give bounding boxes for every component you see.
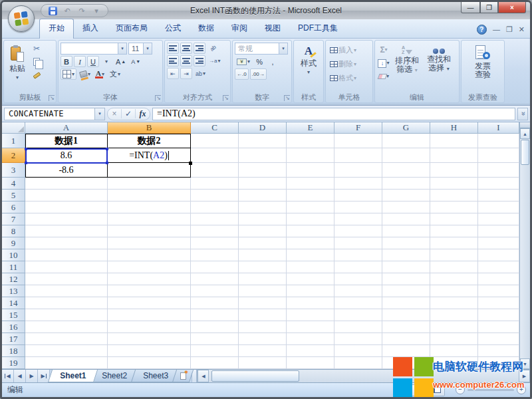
- cell-I3[interactable]: [478, 163, 519, 178]
- cell-I5[interactable]: [478, 190, 519, 201]
- cell-E13[interactable]: [287, 285, 334, 297]
- column-header-C[interactable]: C: [191, 122, 239, 134]
- row-header-1[interactable]: 1: [2, 134, 25, 148]
- cell-B14[interactable]: [108, 297, 191, 309]
- cell-I2[interactable]: [478, 148, 519, 163]
- phonetic-button[interactable]: 文▾: [108, 68, 122, 80]
- row-header-5[interactable]: 5: [2, 190, 25, 201]
- cut-button[interactable]: ✂: [30, 43, 43, 55]
- bold-button[interactable]: B: [61, 56, 72, 67]
- cell-G14[interactable]: [382, 297, 430, 309]
- cell-I8[interactable]: [478, 225, 519, 237]
- cell-B7[interactable]: [108, 213, 191, 225]
- borders-button[interactable]: ▾: [61, 68, 76, 80]
- cell-E17[interactable]: [287, 333, 334, 345]
- cell-A9[interactable]: [25, 237, 108, 249]
- cell-E7[interactable]: [287, 213, 334, 225]
- cell-G3[interactable]: [382, 163, 430, 178]
- cell-H13[interactable]: [430, 285, 478, 297]
- page-layout-view-button[interactable]: [415, 385, 430, 396]
- cell-E2[interactable]: [287, 148, 334, 163]
- sort-filter-button[interactable]: AZ 排序和筛选 ▾: [392, 43, 422, 76]
- row-header-8[interactable]: 8: [2, 225, 25, 237]
- clipboard-dialog-launcher[interactable]: ↘: [49, 95, 55, 101]
- cell-F3[interactable]: [334, 163, 382, 178]
- cell-H1[interactable]: [430, 134, 478, 148]
- fill-color-button[interactable]: ▾: [78, 68, 92, 80]
- cell-I10[interactable]: [478, 249, 519, 261]
- cell-F10[interactable]: [334, 249, 382, 261]
- cell-H4[interactable]: [430, 178, 478, 190]
- cancel-entry-button[interactable]: ×: [108, 109, 122, 118]
- minimize-button[interactable]: —: [461, 2, 480, 13]
- row-header-13[interactable]: 13: [2, 285, 25, 297]
- cell-G7[interactable]: [382, 213, 430, 225]
- column-header-D[interactable]: D: [239, 122, 287, 134]
- row-header-18[interactable]: 18: [2, 345, 25, 357]
- cell-D16[interactable]: [239, 321, 287, 333]
- cell-H9[interactable]: [430, 237, 478, 249]
- cell-F5[interactable]: [334, 190, 382, 201]
- cell-I4[interactable]: [478, 178, 519, 190]
- cell-F7[interactable]: [334, 213, 382, 225]
- column-header-F[interactable]: F: [334, 122, 382, 134]
- cell-D6[interactable]: [239, 201, 287, 213]
- tab-公式[interactable]: 公式: [156, 19, 190, 38]
- cell-C16[interactable]: [191, 321, 239, 333]
- cell-I11[interactable]: [478, 261, 519, 273]
- cell-B1[interactable]: 数据2: [108, 134, 191, 148]
- cell-B9[interactable]: [108, 237, 191, 249]
- workbook-close-button[interactable]: ✕: [519, 26, 525, 33]
- cell-D8[interactable]: [239, 225, 287, 237]
- name-box[interactable]: CONCATENATE ▾: [4, 108, 105, 120]
- cell-B5[interactable]: [108, 190, 191, 201]
- cell-D15[interactable]: [239, 309, 287, 321]
- cell-G15[interactable]: [382, 309, 430, 321]
- next-sheet-button[interactable]: ▶: [26, 370, 38, 382]
- cell-E14[interactable]: [287, 297, 334, 309]
- autosum-button[interactable]: Σ▾: [377, 44, 390, 56]
- cell-A18[interactable]: [25, 345, 108, 357]
- cell-G9[interactable]: [382, 237, 430, 249]
- cell-B17[interactable]: [108, 333, 191, 345]
- cell-G8[interactable]: [382, 225, 430, 237]
- cell-B18[interactable]: [108, 345, 191, 357]
- cell-C4[interactable]: [191, 178, 239, 190]
- cell-G5[interactable]: [382, 190, 430, 201]
- font-name-combo[interactable]: ▾: [61, 43, 127, 55]
- cell-E10[interactable]: [287, 249, 334, 261]
- cell-H7[interactable]: [430, 213, 478, 225]
- cell-A5[interactable]: [25, 190, 108, 201]
- office-button[interactable]: [8, 5, 35, 32]
- underline-button[interactable]: U: [87, 56, 99, 67]
- cell-H6[interactable]: [430, 201, 478, 213]
- cell-E8[interactable]: [287, 225, 334, 237]
- split-handle[interactable]: [520, 122, 530, 128]
- accounting-format-button[interactable]: ¥▾: [235, 56, 252, 67]
- cell-A4[interactable]: [25, 178, 108, 190]
- cell-E9[interactable]: [287, 237, 334, 249]
- cell-H12[interactable]: [430, 273, 478, 285]
- cell-G4[interactable]: [382, 178, 430, 190]
- cell-G13[interactable]: [382, 285, 430, 297]
- horizontal-scroll-thumb[interactable]: [211, 370, 299, 382]
- paste-button[interactable]: 粘贴 ▾: [6, 43, 29, 82]
- increase-indent-button[interactable]: ⇥: [180, 68, 192, 79]
- cell-A17[interactable]: [25, 333, 108, 345]
- cell-G6[interactable]: [382, 201, 430, 213]
- formula-input[interactable]: =INT(A2): [152, 108, 515, 120]
- number-format-combo[interactable]: 常规▾: [235, 43, 288, 55]
- row-header-6[interactable]: 6: [2, 201, 25, 213]
- cell-C13[interactable]: [191, 285, 239, 297]
- cell-F8[interactable]: [334, 225, 382, 237]
- cell-A14[interactable]: [25, 297, 108, 309]
- cell-A12[interactable]: [25, 273, 108, 285]
- row-header-11[interactable]: 11: [2, 261, 25, 273]
- cell-H14[interactable]: [430, 297, 478, 309]
- cell-C12[interactable]: [191, 273, 239, 285]
- restore-button[interactable]: ❐: [480, 2, 498, 13]
- first-sheet-button[interactable]: ◀: [2, 370, 14, 382]
- cell-D17[interactable]: [239, 333, 287, 345]
- cell-E12[interactable]: [287, 273, 334, 285]
- cell-C6[interactable]: [191, 201, 239, 213]
